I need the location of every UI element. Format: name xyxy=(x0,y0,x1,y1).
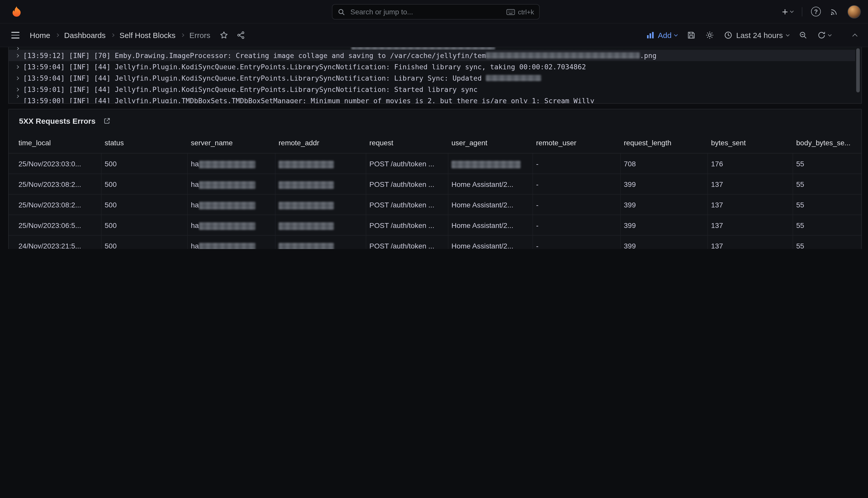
expand-log-row-icon[interactable] xyxy=(15,95,19,98)
dashboard-settings-button[interactable] xyxy=(705,31,714,40)
top-nav-bar: ctrl+k + ? xyxy=(0,0,868,24)
table-cell: 137 xyxy=(708,195,793,214)
dashboard-toolbar: HomeDashboardsSelf Host BlocksErrors xyxy=(0,24,868,47)
table-cell: 500 xyxy=(101,215,188,235)
redacted-text xyxy=(199,202,255,209)
save-icon xyxy=(687,31,696,40)
column-header[interactable]: bytes_sent xyxy=(708,132,793,153)
panel-header[interactable]: 5XX Requests Errors xyxy=(9,109,861,132)
table-cell: 55 xyxy=(793,236,861,249)
grafana-flame-icon xyxy=(10,5,23,18)
table-cell: 399 xyxy=(621,174,708,194)
grafana-logo-icon[interactable] xyxy=(9,5,23,18)
table-cell: Home Assistant/2... xyxy=(448,195,533,214)
log-text: [13:59:00] [INF] [44] Jellyfin.Plugin.TM… xyxy=(23,95,594,104)
column-header[interactable]: request xyxy=(366,132,448,153)
table-cell: ha xyxy=(188,215,275,235)
search-input[interactable] xyxy=(349,7,502,16)
log-row[interactable]: [13:59:04] [INF] [44] Jellyfin.Plugin.Ko… xyxy=(9,73,855,84)
expand-log-row-icon[interactable] xyxy=(15,65,19,68)
table-cell: ha xyxy=(188,174,275,194)
expand-log-row-icon[interactable] xyxy=(15,54,19,57)
refresh-icon xyxy=(817,31,826,40)
table-cell: 55 xyxy=(793,154,861,173)
table-cell: 500 xyxy=(101,154,188,173)
column-header[interactable]: remote_user xyxy=(533,132,621,153)
table-cell: 399 xyxy=(621,195,708,214)
log-scrollbar[interactable] xyxy=(856,48,860,92)
redacted-text xyxy=(486,75,541,81)
refresh-button[interactable] xyxy=(817,31,831,40)
user-avatar[interactable] xyxy=(847,5,861,18)
breadcrumb-item[interactable]: Self Host Blocks xyxy=(120,31,175,40)
table-cell: 500 xyxy=(101,174,188,194)
breadcrumb-item: Errors xyxy=(189,31,210,40)
table-row[interactable]: 25/Nov/2023:08:2...500haPOST /auth/token… xyxy=(9,195,861,215)
table-row[interactable]: 25/Nov/2023:08:2...500haPOST /auth/token… xyxy=(9,174,861,195)
add-panel-button[interactable]: Add xyxy=(647,31,677,40)
chevron-down-icon xyxy=(790,9,794,13)
breadcrumb-item[interactable]: Home xyxy=(30,31,50,40)
log-row[interactable]: [13:59:04] [INF] [44] Jellyfin.Plugin.Ko… xyxy=(9,61,855,73)
breadcrumb: HomeDashboardsSelf Host BlocksErrors xyxy=(30,31,210,40)
top-bar-actions: + ? xyxy=(782,5,861,18)
table-cell: - xyxy=(533,154,621,173)
table-cell: ha xyxy=(188,154,275,173)
log-row[interactable]: [13:59:01] [INF] [44] Jellyfin.Plugin.Ko… xyxy=(9,84,855,95)
help-button[interactable]: ? xyxy=(811,7,821,16)
zoom-out-time-button[interactable] xyxy=(799,31,808,40)
log-row[interactable]: [13:59:12] [INF] [70] Emby.Drawing.Image… xyxy=(9,50,855,61)
global-search[interactable]: ctrl+k xyxy=(332,4,540,19)
new-dropdown-button[interactable]: + xyxy=(782,6,793,17)
column-header[interactable]: user_agent xyxy=(448,132,533,153)
table-cell: 708 xyxy=(621,154,708,173)
table-cell: 176 xyxy=(708,154,793,173)
table-cell: 25/Nov/2023:08:2... xyxy=(15,195,101,214)
column-header[interactable]: server_name xyxy=(188,132,275,153)
expand-log-row-icon[interactable] xyxy=(15,88,19,91)
hamburger-icon xyxy=(11,32,19,32)
redacted-text xyxy=(279,181,334,189)
table-cell: POST /auth/token ... xyxy=(366,154,448,173)
plus-icon: + xyxy=(782,6,788,17)
collapse-controls-button[interactable] xyxy=(853,32,857,38)
table-row[interactable]: 24/Nov/2023:21:5...500haPOST /auth/token… xyxy=(9,236,861,249)
favorite-button[interactable] xyxy=(220,31,228,40)
add-label: Add xyxy=(658,31,672,40)
log-row[interactable]: [13:59:00] [INF] [44] Jellyfin.Plugin.TM… xyxy=(9,95,855,104)
column-header[interactable]: body_bytes_se... xyxy=(793,132,861,153)
time-range-picker[interactable]: Last 24 hours xyxy=(724,31,789,40)
save-dashboard-button[interactable] xyxy=(687,31,696,40)
table-cell: POST /auth/token ... xyxy=(366,195,448,214)
log-row[interactable] xyxy=(9,47,855,50)
table-row[interactable]: 25/Nov/2023:03:0...500haPOST /auth/token… xyxy=(9,154,861,174)
news-button[interactable] xyxy=(829,7,839,16)
time-range-label: Last 24 hours xyxy=(736,31,783,40)
expand-log-row-icon[interactable] xyxy=(15,47,19,50)
panel-title: 5XX Requests Errors xyxy=(19,116,95,125)
table-cell xyxy=(275,174,366,194)
column-header[interactable]: status xyxy=(101,132,188,153)
table-cell: ha xyxy=(188,236,275,249)
chevron-up-icon xyxy=(852,34,857,39)
share-button[interactable] xyxy=(236,31,245,40)
search-shortcut: ctrl+k xyxy=(506,8,534,16)
expand-log-row-icon[interactable] xyxy=(15,76,19,80)
table-body: 25/Nov/2023:03:0...500haPOST /auth/token… xyxy=(9,154,861,249)
table-cell: 25/Nov/2023:06:5... xyxy=(15,215,101,235)
column-header[interactable]: time_local xyxy=(15,132,101,153)
panel-link-button[interactable] xyxy=(103,117,111,124)
column-header[interactable]: request_length xyxy=(621,132,708,153)
redacted-text xyxy=(279,161,334,168)
table-cell: POST /auth/token ... xyxy=(366,236,448,249)
table-cell: Home Assistant/2... xyxy=(448,174,533,194)
mega-menu-toggle[interactable] xyxy=(9,30,22,41)
breadcrumb-item[interactable]: Dashboards xyxy=(64,31,106,40)
table-cell: - xyxy=(533,236,621,249)
redacted-text xyxy=(199,243,255,249)
column-header[interactable]: remote_addr xyxy=(275,132,366,153)
table-row[interactable]: 25/Nov/2023:06:5...500haPOST /auth/token… xyxy=(9,215,861,236)
table-header-row: time_localstatusserver_nameremote_addrre… xyxy=(9,132,861,154)
cell-text: ha xyxy=(191,160,199,168)
divider xyxy=(802,7,802,16)
